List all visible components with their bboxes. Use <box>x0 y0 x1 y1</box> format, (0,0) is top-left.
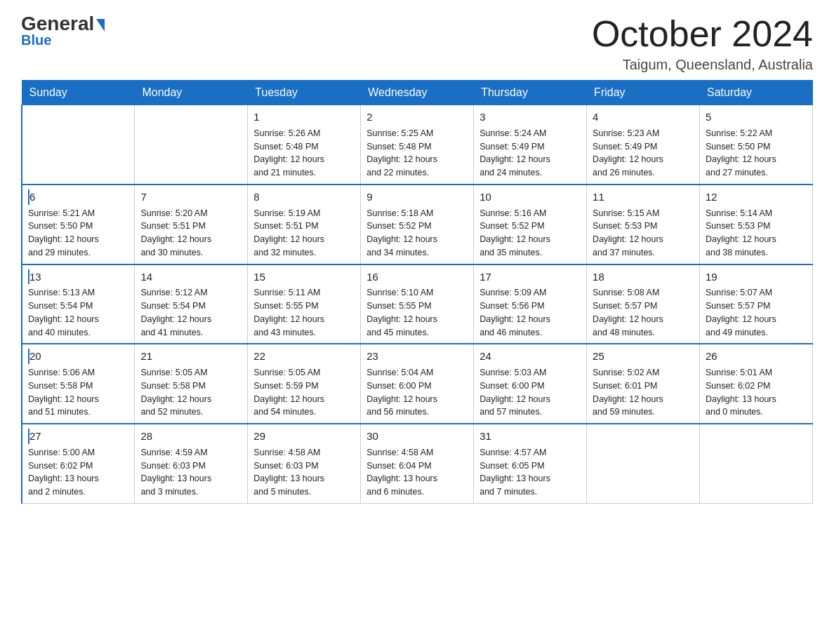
table-row: 5Sunrise: 5:22 AMSunset: 5:50 PMDaylight… <box>700 105 813 185</box>
day-number: 19 <box>706 269 807 285</box>
day-info: Sunrise: 5:16 AMSunset: 5:52 PMDaylight:… <box>479 207 581 260</box>
calendar-week-row: 20Sunrise: 5:06 AMSunset: 5:58 PMDayligh… <box>22 344 813 424</box>
day-info: Sunrise: 5:25 AMSunset: 5:48 PMDaylight:… <box>366 127 468 180</box>
location-title: Taigum, Queensland, Australia <box>592 57 813 73</box>
table-row: 14Sunrise: 5:12 AMSunset: 5:54 PMDayligh… <box>135 264 248 344</box>
table-row: 4Sunrise: 5:23 AMSunset: 5:49 PMDaylight… <box>587 105 700 185</box>
day-info: Sunrise: 5:10 AMSunset: 5:55 PMDaylight:… <box>366 286 468 339</box>
day-number: 28 <box>140 429 241 444</box>
day-info: Sunrise: 5:00 AMSunset: 6:02 PMDaylight:… <box>28 446 128 499</box>
day-number: 6 <box>28 189 128 205</box>
day-number: 31 <box>479 429 581 444</box>
calendar-week-row: 13Sunrise: 5:13 AMSunset: 5:54 PMDayligh… <box>22 264 813 344</box>
day-number: 30 <box>366 429 468 444</box>
month-title: October 2024 <box>592 14 813 54</box>
day-number: 5 <box>706 109 807 125</box>
table-row: 24Sunrise: 5:03 AMSunset: 6:00 PMDayligh… <box>474 344 587 424</box>
col-sunday: Sunday <box>22 81 135 105</box>
table-row: 6Sunrise: 5:21 AMSunset: 5:50 PMDaylight… <box>22 185 135 264</box>
table-row: 8Sunrise: 5:19 AMSunset: 5:51 PMDaylight… <box>248 185 361 264</box>
table-row: 15Sunrise: 5:11 AMSunset: 5:55 PMDayligh… <box>248 264 361 344</box>
day-number: 15 <box>253 269 355 285</box>
day-number: 7 <box>140 189 241 205</box>
col-monday: Monday <box>135 81 248 105</box>
table-row <box>22 105 135 185</box>
day-number: 21 <box>140 349 241 364</box>
table-row: 25Sunrise: 5:02 AMSunset: 6:01 PMDayligh… <box>587 344 700 424</box>
day-info: Sunrise: 5:05 AMSunset: 5:58 PMDaylight:… <box>140 366 241 419</box>
table-row: 16Sunrise: 5:10 AMSunset: 5:55 PMDayligh… <box>361 264 474 344</box>
col-saturday: Saturday <box>700 81 813 105</box>
table-row: 27Sunrise: 5:00 AMSunset: 6:02 PMDayligh… <box>22 424 135 503</box>
col-thursday: Thursday <box>474 81 587 105</box>
day-info: Sunrise: 5:07 AMSunset: 5:57 PMDaylight:… <box>706 286 807 339</box>
day-info: Sunrise: 5:18 AMSunset: 5:52 PMDaylight:… <box>366 207 468 260</box>
col-wednesday: Wednesday <box>361 81 474 105</box>
day-info: Sunrise: 5:13 AMSunset: 5:54 PMDaylight:… <box>28 286 128 339</box>
table-row: 7Sunrise: 5:20 AMSunset: 5:51 PMDaylight… <box>135 185 248 264</box>
day-number: 8 <box>253 189 355 205</box>
table-row: 2Sunrise: 5:25 AMSunset: 5:48 PMDaylight… <box>361 105 474 185</box>
day-number: 22 <box>253 349 355 364</box>
day-info: Sunrise: 5:04 AMSunset: 6:00 PMDaylight:… <box>366 366 468 419</box>
day-number: 26 <box>706 349 807 364</box>
day-number: 27 <box>28 429 128 444</box>
day-info: Sunrise: 5:22 AMSunset: 5:50 PMDaylight:… <box>706 127 807 180</box>
table-row: 20Sunrise: 5:06 AMSunset: 5:58 PMDayligh… <box>22 344 135 424</box>
table-row: 9Sunrise: 5:18 AMSunset: 5:52 PMDaylight… <box>361 185 474 264</box>
day-info: Sunrise: 5:21 AMSunset: 5:50 PMDaylight:… <box>28 207 128 260</box>
table-row: 18Sunrise: 5:08 AMSunset: 5:57 PMDayligh… <box>587 264 700 344</box>
logo-text-general: General <box>21 14 94 34</box>
table-row: 3Sunrise: 5:24 AMSunset: 5:49 PMDaylight… <box>474 105 587 185</box>
day-number: 9 <box>366 189 468 205</box>
day-info: Sunrise: 5:03 AMSunset: 6:00 PMDaylight:… <box>479 366 581 419</box>
table-row: 10Sunrise: 5:16 AMSunset: 5:52 PMDayligh… <box>474 185 587 264</box>
day-number: 17 <box>479 269 581 285</box>
calendar-week-row: 6Sunrise: 5:21 AMSunset: 5:50 PMDaylight… <box>22 185 813 264</box>
day-info: Sunrise: 5:24 AMSunset: 5:49 PMDaylight:… <box>479 127 581 180</box>
table-row: 21Sunrise: 5:05 AMSunset: 5:58 PMDayligh… <box>135 344 248 424</box>
table-row: 19Sunrise: 5:07 AMSunset: 5:57 PMDayligh… <box>700 264 813 344</box>
day-info: Sunrise: 5:05 AMSunset: 5:59 PMDaylight:… <box>253 366 355 419</box>
day-number: 13 <box>28 269 128 285</box>
day-info: Sunrise: 5:26 AMSunset: 5:48 PMDaylight:… <box>253 127 355 180</box>
day-info: Sunrise: 5:09 AMSunset: 5:56 PMDaylight:… <box>479 286 581 339</box>
day-number: 18 <box>593 269 694 285</box>
day-info: Sunrise: 5:08 AMSunset: 5:57 PMDaylight:… <box>593 286 694 339</box>
day-info: Sunrise: 5:20 AMSunset: 5:51 PMDaylight:… <box>140 207 241 260</box>
table-row <box>587 424 700 503</box>
logo-text-blue: Blue <box>21 32 51 48</box>
page-header: General Blue October 2024 Taigum, Queens… <box>21 14 813 73</box>
day-info: Sunrise: 5:02 AMSunset: 6:01 PMDaylight:… <box>593 366 694 419</box>
table-row <box>700 424 813 503</box>
day-number: 29 <box>253 429 355 444</box>
table-row: 30Sunrise: 4:58 AMSunset: 6:04 PMDayligh… <box>361 424 474 503</box>
calendar-table: Sunday Monday Tuesday Wednesday Thursday… <box>21 80 813 504</box>
table-row: 22Sunrise: 5:05 AMSunset: 5:59 PMDayligh… <box>248 344 361 424</box>
table-row: 1Sunrise: 5:26 AMSunset: 5:48 PMDaylight… <box>248 105 361 185</box>
table-row: 31Sunrise: 4:57 AMSunset: 6:05 PMDayligh… <box>474 424 587 503</box>
table-row: 12Sunrise: 5:14 AMSunset: 5:53 PMDayligh… <box>700 185 813 264</box>
day-number: 2 <box>366 109 468 125</box>
day-info: Sunrise: 5:06 AMSunset: 5:58 PMDaylight:… <box>28 366 128 419</box>
calendar-week-row: 1Sunrise: 5:26 AMSunset: 5:48 PMDaylight… <box>22 105 813 185</box>
table-row: 17Sunrise: 5:09 AMSunset: 5:56 PMDayligh… <box>474 264 587 344</box>
day-number: 24 <box>479 349 581 364</box>
table-row: 29Sunrise: 4:58 AMSunset: 6:03 PMDayligh… <box>248 424 361 503</box>
day-number: 25 <box>593 349 694 364</box>
day-number: 3 <box>479 109 581 125</box>
day-number: 20 <box>28 349 128 364</box>
day-info: Sunrise: 5:11 AMSunset: 5:55 PMDaylight:… <box>253 286 355 339</box>
day-number: 11 <box>593 189 694 205</box>
table-row: 11Sunrise: 5:15 AMSunset: 5:53 PMDayligh… <box>587 185 700 264</box>
table-row: 26Sunrise: 5:01 AMSunset: 6:02 PMDayligh… <box>700 344 813 424</box>
day-info: Sunrise: 5:12 AMSunset: 5:54 PMDaylight:… <box>140 286 241 339</box>
day-info: Sunrise: 4:58 AMSunset: 6:03 PMDaylight:… <box>253 446 355 499</box>
day-info: Sunrise: 4:57 AMSunset: 6:05 PMDaylight:… <box>479 446 581 499</box>
day-info: Sunrise: 4:58 AMSunset: 6:04 PMDaylight:… <box>366 446 468 499</box>
table-row: 13Sunrise: 5:13 AMSunset: 5:54 PMDayligh… <box>22 264 135 344</box>
day-number: 12 <box>706 189 807 205</box>
day-number: 4 <box>593 109 694 125</box>
day-number: 16 <box>366 269 468 285</box>
day-info: Sunrise: 5:15 AMSunset: 5:53 PMDaylight:… <box>593 207 694 260</box>
